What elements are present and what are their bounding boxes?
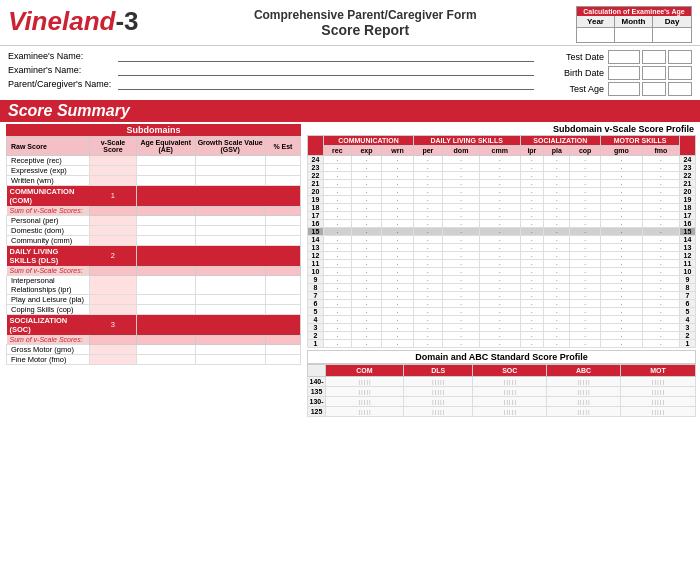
mot-domain-header: MOTOR SKILLS xyxy=(601,136,680,146)
vscale-row: 22···········22 xyxy=(308,172,696,180)
domain-sum-row: Sum of v-Scale Scores: xyxy=(7,206,301,216)
test-date-year[interactable] xyxy=(608,50,640,64)
vscale-row: 20···········20 xyxy=(308,188,696,196)
std-score-row: 135 | | | | | | | | | | | | | | | | | | … xyxy=(308,387,696,397)
vscale-row: 18···········18 xyxy=(308,204,696,212)
birth-date-day[interactable] xyxy=(668,66,692,80)
vscale-profile-table: COMMUNICATION DAILY LIVING SKILLS SOCIAL… xyxy=(307,135,696,348)
com-col: COM xyxy=(326,365,404,377)
subdomain-row: Play and Leisure (pla) xyxy=(7,295,301,305)
cmm-header: cmm xyxy=(480,146,520,156)
test-date-row: Test Date xyxy=(544,50,692,64)
dls-col: DLS xyxy=(403,365,472,377)
domain-sum-row: Sum of v-Scale Scores: xyxy=(7,266,301,276)
vscale-row: 24···········24 xyxy=(308,156,696,164)
test-age-day[interactable] xyxy=(668,82,692,96)
calc-year-label: Year xyxy=(577,16,614,28)
vscale-num-header xyxy=(308,136,324,156)
subdomain-row: Gross Motor (gmo) xyxy=(7,345,301,355)
examiner-name-label: Examiner's Name: xyxy=(8,65,118,75)
subdomain-row: Interpersonal Relationships (ipr) xyxy=(7,276,301,295)
birth-date-label: Birth Date xyxy=(544,68,604,78)
col-age: Age Equivalent (AE) xyxy=(136,137,195,156)
center-title: Comprehensive Parent/Caregiver Form Scor… xyxy=(155,6,576,38)
examiner-name-input[interactable] xyxy=(118,64,534,76)
vscale-row: 15···········15 xyxy=(308,228,696,236)
rec-header: rec xyxy=(324,146,352,156)
comm-domain-header: COMMUNICATION xyxy=(324,136,414,146)
form-title: Comprehensive Parent/Caregiver Form xyxy=(155,8,576,22)
right-panel: Subdomain v-Scale Score Profile COMMUNIC… xyxy=(305,122,700,419)
vscale-row: 6···········6 xyxy=(308,300,696,308)
test-date-day[interactable] xyxy=(668,50,692,64)
soc-domain-header: SOCIALIZATION xyxy=(520,136,601,146)
vscale-row: 9···········9 xyxy=(308,276,696,284)
score-report-title: Score Report xyxy=(155,22,576,38)
test-age-month[interactable] xyxy=(642,82,666,96)
ipr-header: ipr xyxy=(520,146,544,156)
calc-year-col: Year xyxy=(577,16,615,42)
vscale-row: 8···········8 xyxy=(308,284,696,292)
soc-col: SOC xyxy=(473,365,547,377)
subdomain-row: Personal (per) xyxy=(7,216,301,226)
vscale-row: 5···········5 xyxy=(308,308,696,316)
parent-name-label: Parent/Caregiver's Name: xyxy=(8,79,118,89)
birth-date-row: Birth Date xyxy=(544,66,692,80)
examinee-section: Examinee's Name: Examiner's Name: Parent… xyxy=(0,46,700,100)
logo-text: Vineland xyxy=(8,6,115,36)
dls-domain-header: DAILY LIVING SKILLS xyxy=(413,136,520,146)
logo: Vineland-3 xyxy=(8,6,139,37)
examiner-name-row: Examiner's Name: xyxy=(8,64,534,76)
score-summary-title: Score Summary xyxy=(0,100,700,122)
examinee-name-input[interactable] xyxy=(118,50,534,62)
vscale-row: 14···········14 xyxy=(308,236,696,244)
subdomain-row: Expressive (exp) xyxy=(7,166,301,176)
col-raw: Raw Score xyxy=(7,137,90,156)
subdomains-table: Raw Score v-Scale Score Age Equivalent (… xyxy=(6,136,301,365)
test-date-label: Test Date xyxy=(544,52,604,62)
vscale-row: 7···········7 xyxy=(308,292,696,300)
vscale-num-header2 xyxy=(680,136,696,156)
subdomain-row: Written (wrn) xyxy=(7,176,301,186)
calc-year-box[interactable] xyxy=(577,28,614,42)
domain-std-table: COM DLS SOC ABC MOT 140- | | | | | | | |… xyxy=(307,364,696,417)
subdomains-header: Subdomains xyxy=(6,124,301,136)
test-date-month[interactable] xyxy=(642,50,666,64)
names-section: Examinee's Name: Examiner's Name: Parent… xyxy=(8,48,534,98)
birth-date-year[interactable] xyxy=(608,66,640,80)
col-gsv: Growth Scale Value (GSV) xyxy=(195,137,265,156)
vscale-row: 12···········12 xyxy=(308,252,696,260)
test-age-row: Test Age xyxy=(544,82,692,96)
abc-col: ABC xyxy=(547,365,621,377)
vscale-row: 23···········23 xyxy=(308,164,696,172)
header: Vineland-3 Comprehensive Parent/Caregive… xyxy=(0,0,700,46)
test-age-year[interactable] xyxy=(608,82,640,96)
test-age-label: Test Age xyxy=(544,84,604,94)
vscale-row: 2···········2 xyxy=(308,332,696,340)
vscale-row: 19···········19 xyxy=(308,196,696,204)
vscale-row: 16···········16 xyxy=(308,220,696,228)
dom-header: dom xyxy=(442,146,479,156)
logo-dash: -3 xyxy=(115,6,138,36)
subdomain-row: Domestic (dom) xyxy=(7,226,301,236)
domain-std-title: Domain and ABC Standard Score Profile xyxy=(307,350,696,364)
examinee-name-row: Examinee's Name: xyxy=(8,50,534,62)
vscale-row: 21···········21 xyxy=(308,180,696,188)
parent-name-input[interactable] xyxy=(118,78,534,90)
vscale-row: 1···········1 xyxy=(308,340,696,348)
fmo-header: fmo xyxy=(642,146,679,156)
calc-day-label: Day xyxy=(653,16,691,28)
calc-month-box[interactable] xyxy=(615,28,652,42)
vscale-row: 3···········3 xyxy=(308,324,696,332)
birth-date-month[interactable] xyxy=(642,66,666,80)
mot-col: MOT xyxy=(620,365,695,377)
exp-header: exp xyxy=(351,146,382,156)
subdomain-row: Fine Motor (fmo) xyxy=(7,355,301,365)
parent-name-row: Parent/Caregiver's Name: xyxy=(8,78,534,90)
calc-day-box[interactable] xyxy=(653,28,691,42)
left-panel: Subdomains Raw Score v-Scale Score Age E… xyxy=(0,122,305,367)
vscale-profile-title: Subdomain v-Scale Score Profile xyxy=(307,124,696,135)
calc-header: Calculation of Examinee's Age xyxy=(577,7,691,16)
calc-month-label: Month xyxy=(615,16,652,28)
pla-header: pla xyxy=(544,146,570,156)
